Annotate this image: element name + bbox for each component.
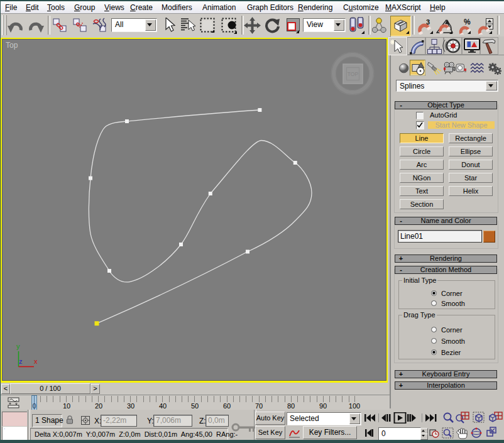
svg-text:50: 50: [191, 402, 199, 410]
svg-text:100: 100: [349, 402, 360, 410]
svg-text:TOP: TOP: [348, 71, 359, 77]
svg-text:70: 70: [255, 402, 263, 410]
svg-text:80: 80: [287, 402, 295, 410]
svg-text:30: 30: [127, 402, 134, 410]
svg-text:z: z: [19, 358, 23, 365]
svg-text:0: 0: [32, 402, 36, 410]
svg-text:20: 20: [95, 402, 102, 410]
svg-text:y: y: [16, 342, 20, 350]
svg-text:3: 3: [426, 18, 430, 26]
svg-text:%: %: [464, 18, 471, 26]
svg-text:60: 60: [223, 402, 231, 410]
svg-text:10: 10: [63, 402, 70, 410]
svg-text:40: 40: [159, 402, 167, 410]
svg-text:x: x: [34, 358, 38, 365]
svg-text:90: 90: [319, 402, 327, 410]
